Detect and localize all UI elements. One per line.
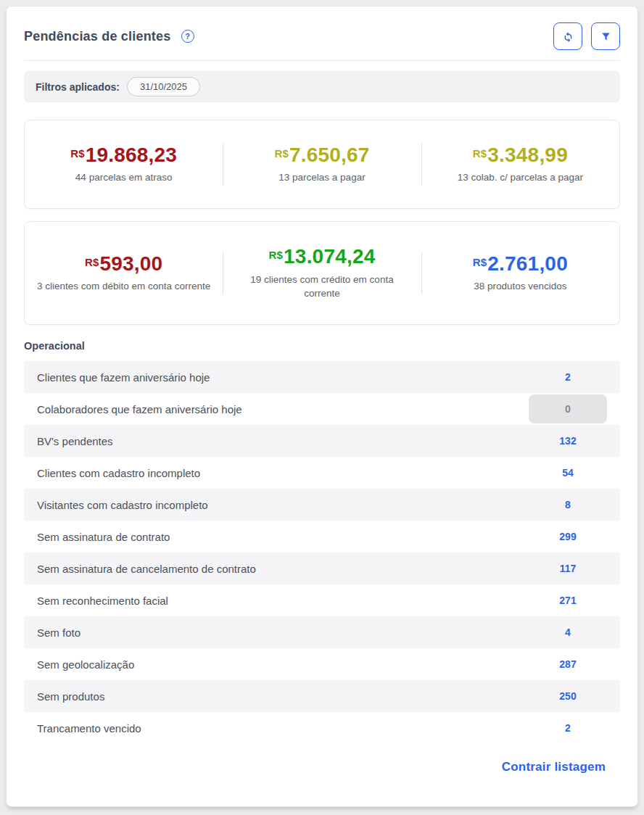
row-count[interactable]: 132 xyxy=(529,426,607,455)
row-label: Clientes com cadastro incompleto xyxy=(37,467,200,479)
row-count[interactable]: 54 xyxy=(529,458,607,487)
applied-filters-label: Filtros aplicados: xyxy=(36,81,120,93)
financial-metric: R$593,00 3 clientes com débito em conta … xyxy=(25,245,223,301)
metric-caption: 19 clientes com crédito em conta corrent… xyxy=(235,273,409,301)
metric-amount: R$13.074,24 xyxy=(233,245,410,268)
financial-metric: R$7.650,67 13 parcelas a pagar xyxy=(223,136,421,192)
metric-caption: 13 colab. c/ parcelas a pagar xyxy=(433,170,607,185)
row-label: Colaboradores que fazem aniversário hoje xyxy=(37,403,242,415)
financial-metric: R$2.761,00 38 produtos vencidos xyxy=(421,245,619,301)
operational-row[interactable]: Sem geolocalização 287 xyxy=(24,648,620,680)
operational-row[interactable]: Sem assinatura de cancelamento de contra… xyxy=(24,553,620,584)
row-count[interactable]: 4 xyxy=(529,618,607,647)
collapse-list-link[interactable]: Contrair listagem xyxy=(502,760,606,774)
currency-prefix: R$ xyxy=(473,147,487,160)
row-label: BV's pendentes xyxy=(37,435,113,447)
operational-row[interactable]: Clientes com cadastro incompleto 54 xyxy=(24,457,620,489)
operational-row[interactable]: Sem assinatura de contrato 299 xyxy=(24,521,620,553)
metric-amount: R$3.348,99 xyxy=(432,144,609,167)
currency-prefix: R$ xyxy=(70,147,85,160)
row-label: Sem assinatura de contrato xyxy=(37,531,170,543)
row-count[interactable]: 2 xyxy=(529,363,607,392)
filter-button[interactable] xyxy=(591,22,620,50)
operational-row[interactable]: Clientes que fazem aniversário hoje 2 xyxy=(24,361,620,393)
installments-summary-card: R$19.868,23 44 parcelas em atraso R$7.65… xyxy=(24,120,620,209)
pendencias-card: Pendências de clientes ? Filtros aplicad… xyxy=(6,6,638,807)
metric-caption: 3 clientes com débito em conta corrente xyxy=(37,279,211,294)
operational-row[interactable]: Trancamento vencido 2 xyxy=(24,712,620,744)
financial-metric: R$13.074,24 19 clientes com crédito em c… xyxy=(223,238,421,307)
row-label: Sem produtos xyxy=(37,690,104,703)
row-label: Sem reconhecimento facial xyxy=(37,595,168,607)
operational-list: Clientes que fazem aniversário hoje 2 Co… xyxy=(24,361,620,744)
operational-heading: Operacional xyxy=(24,340,620,352)
row-count[interactable]: 299 xyxy=(529,522,607,551)
metric-amount: R$2.761,00 xyxy=(432,252,609,276)
financial-metric: R$3.348,99 13 colab. c/ parcelas a pagar xyxy=(421,136,619,192)
card-header: Pendências de clientes ? xyxy=(24,22,620,61)
row-count: 0 xyxy=(529,394,607,423)
metric-caption: 38 produtos vencidos xyxy=(433,279,607,294)
metric-caption: 13 parcelas a pagar xyxy=(235,170,409,185)
row-label: Trancamento vencido xyxy=(37,722,141,735)
row-count[interactable]: 287 xyxy=(529,650,607,679)
operational-row[interactable]: Visitantes com cadastro incompleto 8 xyxy=(24,489,620,521)
row-label: Clientes que fazem aniversário hoje xyxy=(37,371,210,384)
help-icon[interactable]: ? xyxy=(181,30,194,43)
page-title: Pendências de clientes xyxy=(24,29,171,44)
currency-prefix: R$ xyxy=(473,256,487,268)
metric-amount: R$593,00 xyxy=(35,252,212,276)
currency-prefix: R$ xyxy=(85,256,99,268)
row-count[interactable]: 250 xyxy=(529,682,607,711)
applied-filters-bar: Filtros aplicados: 31/10/2025 xyxy=(24,71,620,102)
amount-value: 13.074,24 xyxy=(284,245,375,268)
amount-value: 593,00 xyxy=(100,252,163,275)
financial-metric: R$19.868,23 44 parcelas em atraso xyxy=(25,136,223,192)
filter-icon xyxy=(600,30,612,43)
metric-amount: R$7.650,67 xyxy=(233,144,410,167)
row-label: Sem geolocalização xyxy=(37,658,134,671)
row-count[interactable]: 2 xyxy=(529,713,607,742)
operational-row[interactable]: Colaboradores que fazem aniversário hoje… xyxy=(24,393,620,425)
operational-row[interactable]: Sem foto 4 xyxy=(24,616,620,648)
row-count[interactable]: 271 xyxy=(529,586,607,615)
amount-value: 2.761,00 xyxy=(487,252,568,275)
metric-amount: R$19.868,23 xyxy=(35,144,212,167)
amount-value: 3.348,99 xyxy=(487,144,568,166)
row-label: Sem foto xyxy=(37,626,80,639)
operational-row[interactable]: BV's pendentes 132 xyxy=(24,425,620,457)
currency-prefix: R$ xyxy=(274,147,289,160)
amount-value: 7.650,67 xyxy=(289,144,370,166)
operational-row[interactable]: Sem produtos 250 xyxy=(24,680,620,712)
row-count[interactable]: 117 xyxy=(529,554,607,583)
refresh-icon xyxy=(562,30,574,43)
filter-date-chip[interactable]: 31/10/2025 xyxy=(127,77,200,96)
amount-value: 19.868,23 xyxy=(86,144,177,166)
row-count[interactable]: 8 xyxy=(529,490,607,519)
row-label: Sem assinatura de cancelamento de contra… xyxy=(37,563,256,575)
refresh-button[interactable] xyxy=(553,22,582,50)
account-summary-card: R$593,00 3 clientes com débito em conta … xyxy=(24,221,620,325)
row-label: Visitantes com cadastro incompleto xyxy=(37,499,208,511)
metric-caption: 44 parcelas em atraso xyxy=(37,170,211,185)
currency-prefix: R$ xyxy=(269,249,284,261)
operational-row[interactable]: Sem reconhecimento facial 271 xyxy=(24,584,620,616)
